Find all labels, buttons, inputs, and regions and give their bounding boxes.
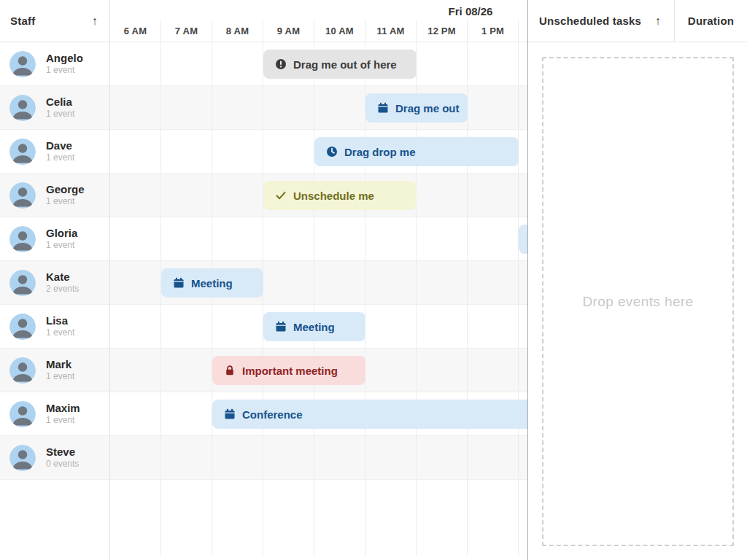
- avatar: [9, 401, 36, 427]
- event-label: Drag me out: [395, 102, 460, 114]
- event-label: Important meeting: [242, 365, 338, 377]
- avatar: [9, 314, 36, 340]
- staff-info: Celia1 event: [46, 96, 74, 120]
- staff-name: Dave: [46, 139, 74, 153]
- avatar: [9, 95, 36, 121]
- staff-name: Celia: [46, 96, 74, 109]
- staff-row: Gloria1 event: [0, 217, 109, 261]
- staff-name: Steve: [46, 446, 79, 459]
- staff-row: Mark1 event: [0, 349, 109, 392]
- event-meeting[interactable]: Meeting: [263, 312, 365, 341]
- scheduler-app: Staff ↑ Angelo1 eventCelia1 eventDave1 e…: [0, 0, 747, 560]
- staff-name: Kate: [46, 271, 79, 284]
- time-slot-label: 12 PM: [417, 20, 468, 42]
- time-slot-row: 6 AM7 AM8 AM9 AM10 AM11 AM12 PM1 PM: [110, 20, 519, 42]
- event-drag-drop-me[interactable]: Drag drop me: [314, 137, 519, 166]
- staff-event-count: 1 event: [46, 152, 74, 163]
- unscheduled-tasks-label: Unscheduled tasks: [539, 15, 641, 27]
- duration-header: Duration: [675, 0, 747, 42]
- event-unschedule-me[interactable]: Unschedule me: [263, 181, 417, 210]
- staff-column: Staff ↑ Angelo1 eventCelia1 eventDave1 e…: [0, 0, 110, 560]
- exclamation-circle-icon: [275, 58, 287, 70]
- event-conference[interactable]: Conference: [212, 400, 527, 429]
- event-event[interactable]: [519, 225, 527, 254]
- timeline: Fri 08/26 6 AM7 AM8 AM9 AM10 AM11 AM12 P…: [110, 0, 527, 560]
- time-slot-label: 8 AM: [212, 20, 263, 42]
- time-slot-label: 11 AM: [365, 20, 417, 42]
- event-label: Conference: [242, 408, 303, 421]
- staff-row: Angelo1 event: [0, 42, 109, 86]
- staff-row: George1 event: [0, 174, 109, 217]
- staff-header-label: Staff: [10, 15, 35, 27]
- check-icon: [275, 190, 287, 201]
- staff-row: Celia1 event: [0, 86, 109, 130]
- staff-info: Gloria1 event: [46, 227, 77, 252]
- lock-icon: [224, 365, 236, 376]
- avatar: [9, 139, 36, 165]
- event-drag-me-out-of-here[interactable]: Drag me out of here: [263, 50, 417, 79]
- staff-event-count: 1 event: [46, 327, 74, 338]
- staff-name: Maxim: [46, 402, 80, 416]
- staff-info: Steve0 events: [46, 446, 79, 470]
- staff-event-count: 1 event: [46, 65, 83, 76]
- staff-info: Angelo1 event: [46, 52, 83, 77]
- staff-row: Maxim1 event: [0, 392, 109, 436]
- staff-name: Angelo: [46, 52, 83, 66]
- time-slot-label: 7 AM: [161, 20, 212, 42]
- avatar: [9, 226, 36, 252]
- staff-name: Mark: [46, 358, 74, 372]
- avatar: [9, 270, 36, 296]
- timeline-row: [110, 436, 527, 480]
- staff-name: Lisa: [46, 314, 74, 328]
- staff-info: George1 event: [46, 183, 85, 208]
- staff-row: Kate2 events: [0, 261, 109, 305]
- panel-header: Unscheduled tasks ↑ Duration: [528, 0, 747, 42]
- event-drag-me-out[interactable]: Drag me out: [365, 93, 468, 122]
- staff-event-count: 1 event: [46, 196, 85, 207]
- staff-name: Gloria: [46, 227, 77, 241]
- dropzone[interactable]: Drop events here: [542, 57, 734, 546]
- event-label: Drag drop me: [344, 146, 416, 158]
- event-label: Meeting: [191, 277, 233, 289]
- grid-line: [160, 42, 161, 556]
- staff-info: Dave1 event: [46, 139, 74, 164]
- staff-info: Mark1 event: [46, 358, 74, 383]
- time-slot-label: 10 AM: [314, 20, 365, 42]
- staff-info: Lisa1 event: [46, 314, 74, 339]
- staff-event-count: 1 event: [46, 371, 74, 382]
- staff-event-count: 1 event: [46, 415, 80, 426]
- clock-icon: [326, 146, 338, 158]
- event-meeting[interactable]: Meeting: [161, 268, 263, 298]
- timeline-body: Drag me out of hereDrag me outDrag drop …: [110, 42, 527, 556]
- unscheduled-tasks-panel: Unscheduled tasks ↑ Duration Drop events…: [527, 0, 747, 560]
- unscheduled-tasks-header[interactable]: Unscheduled tasks ↑: [528, 0, 675, 42]
- event-label: Drag me out of here: [293, 58, 397, 71]
- calendar-icon: [173, 277, 185, 289]
- staff-rows: Angelo1 eventCelia1 eventDave1 eventGeor…: [0, 42, 109, 480]
- staff-event-count: 0 events: [46, 459, 79, 470]
- grid-line: [365, 42, 365, 556]
- timeline-header: Fri 08/26 6 AM7 AM8 AM9 AM10 AM11 AM12 P…: [110, 0, 527, 42]
- grid-line: [518, 42, 519, 556]
- staff-event-count: 1 event: [46, 109, 74, 120]
- staff-row: Steve0 events: [0, 436, 109, 480]
- staff-row: Dave1 event: [0, 130, 109, 174]
- event-label: Unschedule me: [293, 190, 374, 202]
- arrow-up-icon: ↑: [655, 15, 661, 28]
- staff-info: Maxim1 event: [46, 402, 80, 427]
- time-slot-label: 6 AM: [110, 20, 161, 42]
- event-label: Meeting: [293, 321, 335, 333]
- event-important-meeting[interactable]: Important meeting: [212, 356, 365, 385]
- staff-column-header[interactable]: Staff ↑: [0, 0, 109, 42]
- arrow-up-icon: ↑: [92, 15, 98, 28]
- avatar: [9, 51, 36, 77]
- grid-line: [212, 42, 212, 556]
- staff-event-count: 2 events: [46, 284, 79, 295]
- timeline-row: [110, 217, 527, 261]
- grid-line: [314, 42, 314, 556]
- dropzone-text: Drop events here: [582, 294, 693, 310]
- staff-info: Kate2 events: [46, 271, 79, 295]
- grid-line: [263, 42, 263, 556]
- avatar: [9, 182, 36, 209]
- staff-row: Lisa1 event: [0, 305, 109, 349]
